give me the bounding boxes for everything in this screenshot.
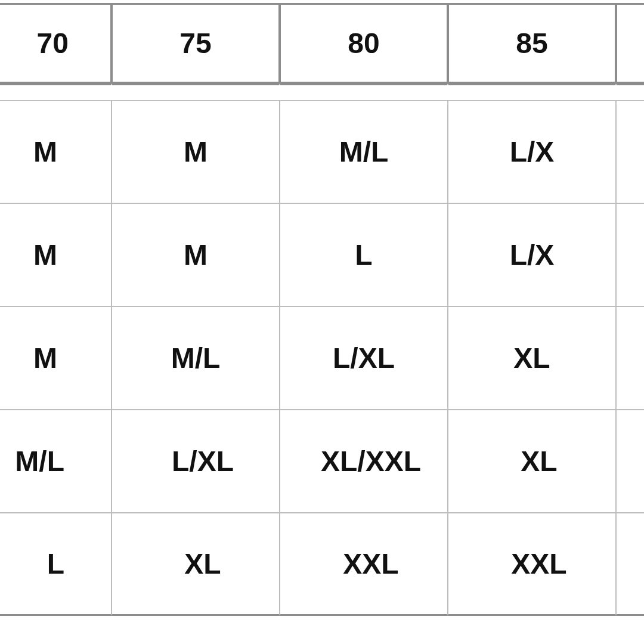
table-header-row: 70 75 80 85 xyxy=(0,3,644,83)
cell: XL/XXL xyxy=(280,410,448,513)
table-gap-row xyxy=(0,83,644,100)
cell xyxy=(616,513,644,616)
cell: XL xyxy=(112,513,280,616)
cell-text: L xyxy=(47,547,64,580)
cell-text: M xyxy=(33,239,57,271)
cell: M/L xyxy=(0,410,112,513)
cell: L/XL xyxy=(112,410,280,513)
cell: L/X xyxy=(448,100,616,203)
cell-text: L/X xyxy=(510,239,555,271)
cell: M/L xyxy=(112,306,280,410)
header-text: 85 xyxy=(516,27,547,60)
header-cell-cut xyxy=(616,3,644,83)
size-chart-table: 70 75 80 85 M M M/L L/X M M L L/X xyxy=(0,3,644,616)
cell-text: M/L xyxy=(339,135,389,168)
cell-text: M xyxy=(184,239,208,271)
cell: XXL xyxy=(448,513,616,616)
cell: M xyxy=(0,203,112,306)
cell-text: XL xyxy=(521,445,557,478)
table-row: M M M/L L/X xyxy=(0,100,644,203)
table-row: M M/L L/XL XL xyxy=(0,306,644,410)
cell: L/X xyxy=(448,203,616,306)
cell: XXL xyxy=(280,513,448,616)
cell-text: XXL xyxy=(343,547,398,580)
table-row: M/L L/XL XL/XXL XL xyxy=(0,410,644,513)
cell-text: XXL xyxy=(511,547,566,580)
header-cell-70: 70 xyxy=(0,3,112,83)
header-cell-75: 75 xyxy=(112,3,280,83)
cell-text: L/XL xyxy=(172,445,234,478)
header-text: 75 xyxy=(179,27,211,60)
cell: L/XL xyxy=(280,306,448,410)
header-cell-80: 80 xyxy=(280,3,448,83)
cell xyxy=(616,203,644,306)
cell-text: XL xyxy=(184,547,221,580)
cell-text: L/XL xyxy=(333,342,395,374)
header-text: 70 xyxy=(37,27,69,60)
header-text: 80 xyxy=(348,27,379,60)
size-chart-viewport: 70 75 80 85 M M M/L L/X M M L L/X xyxy=(0,0,644,644)
cell-text: M/L xyxy=(171,342,221,374)
header-cell-85: 85 xyxy=(448,3,616,83)
table-row: L XL XXL XXL xyxy=(0,513,644,616)
cell-text: L xyxy=(355,239,372,271)
cell xyxy=(616,410,644,513)
cell: M xyxy=(0,100,112,203)
cell-text: M/L xyxy=(15,445,64,478)
table-row: M M L L/X xyxy=(0,203,644,306)
cell xyxy=(616,306,644,410)
cell: L xyxy=(0,513,112,616)
cell-text: L/X xyxy=(510,135,555,168)
cell: XL xyxy=(448,410,616,513)
cell: M/L xyxy=(280,100,448,203)
cell-text: M xyxy=(33,342,57,374)
cell xyxy=(616,100,644,203)
cell-text: M xyxy=(33,135,57,168)
cell-text: XL/XXL xyxy=(321,445,421,478)
cell: M xyxy=(112,100,280,203)
cell: XL xyxy=(448,306,616,410)
cell: M xyxy=(0,306,112,410)
cell-text: XL xyxy=(513,342,550,374)
cell-text: M xyxy=(184,135,208,168)
cell: L xyxy=(280,203,448,306)
cell: M xyxy=(112,203,280,306)
